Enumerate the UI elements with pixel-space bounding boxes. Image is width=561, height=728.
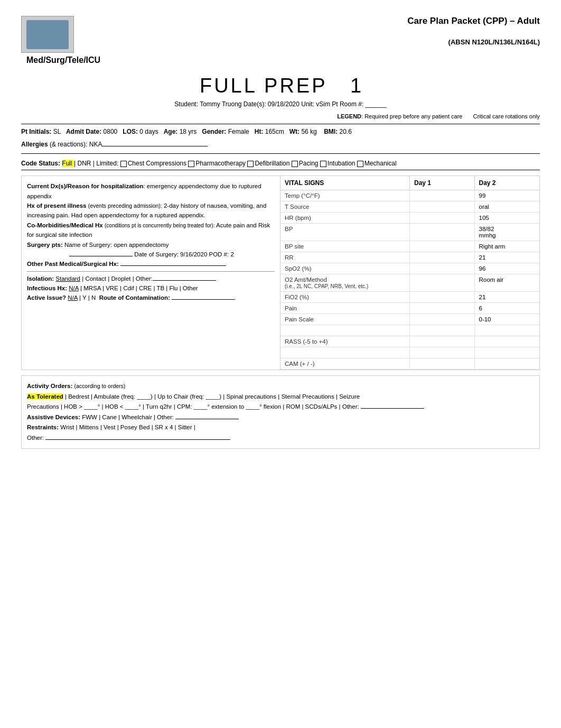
tsource-day1 (410, 201, 475, 212)
vital-row-bp: BP 38/82mmhg (280, 224, 539, 241)
code-status-row: Code Status: Full | DNR | Limited: Chest… (21, 157, 540, 170)
activity-note: (according to orders) (74, 383, 125, 389)
pain-day2: 6 (475, 303, 540, 314)
spo2-day1 (410, 263, 475, 274)
o2-day2: Room air (475, 274, 540, 291)
temp-day2: 99 (475, 190, 540, 201)
fio2-label: FiO2 (%) (280, 292, 410, 302)
cam-label: CAM (+ / -) (280, 358, 410, 369)
rass-day1 (410, 336, 475, 347)
full-prep-label: FULL PREP (200, 75, 328, 97)
vital-row-fio2: FiO2 (%) 21 (280, 292, 539, 303)
activity-line1: As Tolerated | Bedrest | Ambulate (freq:… (27, 392, 534, 402)
temp-day1 (410, 190, 475, 201)
bpsite-day1 (410, 241, 475, 252)
separator1 (27, 271, 275, 272)
legend-text: LEGEND: Required prep before any patient… (337, 113, 462, 119)
vital-row-cam: CAM (+ / -) (280, 358, 539, 370)
current-dx: Current Dx(s)/Reason for hospitalization… (27, 181, 275, 201)
vital-row-o2: O2 Amt/Method(i.e., 2L NC, CPAP, NRB, Ve… (280, 274, 539, 292)
activity-title: Activity Orders: (27, 383, 72, 389)
header-left: Med/Surg/Tele/ICU (21, 16, 100, 65)
other-row: Other: (27, 433, 534, 444)
activity-orders-block: Activity Orders: (according to orders) A… (21, 375, 540, 449)
unit-subtitle: Med/Surg/Tele/ICU (26, 56, 100, 65)
vital-row-rr: RR 21 (280, 252, 539, 263)
infectious-hx: Infectious Hx: N/A | MRSA | VRE | Cdif |… (27, 283, 275, 293)
header-right: Care Plan Packet (CPP) – Adult (ABSN N12… (407, 16, 540, 46)
pain-day1 (410, 303, 475, 314)
bp-day2: 38/82mmhg (475, 224, 540, 241)
unit-id: (ABSN N120L/N136L/N164L) (407, 38, 540, 46)
assistive-devices: Assistive Devices: FWW | Cane | Wheelcha… (27, 412, 534, 423)
bp-label: BP (280, 224, 410, 241)
checkbox-chest[interactable] (120, 161, 127, 167)
checkbox-mechanical[interactable] (357, 161, 363, 167)
hr-day1 (410, 213, 475, 223)
checkbox-pacing[interactable] (292, 161, 298, 167)
code-status-full: Full (62, 160, 74, 167)
painscale-label: Pain Scale (280, 314, 410, 325)
left-panel: Current Dx(s)/Reason for hospitalization… (22, 176, 280, 370)
page-header: Med/Surg/Tele/ICU Care Plan Packet (CPP)… (21, 16, 540, 65)
hr-day2: 105 (475, 213, 540, 223)
bpsite-day2: Right arm (475, 241, 540, 252)
activity-line2: Precautions | HOB > ____° | HOB < ____° … (27, 402, 534, 412)
hx-illness: Hx of present illness (events preceding … (27, 201, 275, 220)
vital-row-bpsite: BP site Right arm (280, 241, 539, 252)
vital-day2-header: Day 2 (475, 176, 540, 190)
code-status-label: Code Status: (21, 160, 60, 167)
vital-row-temp: Temp (°C/°F) 99 (280, 190, 539, 201)
pt-info-line1: Pt Initials: SL Admit Date: 0800 LOS: 0 … (21, 126, 540, 138)
pain-label: Pain (280, 303, 410, 314)
painscale-day1 (410, 314, 475, 325)
vital-row-pain: Pain 6 (280, 303, 539, 314)
tsource-day2: oral (475, 201, 540, 212)
vital-row-spo2: SpO2 (%) 96 (280, 263, 539, 274)
other-hx: Other Past Medical/Surgical Hx: (27, 259, 275, 269)
temp-label: Temp (°C/°F) (280, 190, 410, 201)
o2-label: O2 Amt/Method(i.e., 2L NC, CPAP, NRB, Ve… (280, 274, 410, 291)
checkbox-defib[interactable] (247, 161, 254, 167)
rass-label: RASS (-5 to +4) (280, 336, 410, 347)
active-issue: Active Issue? N/A | Y | N Route of Conta… (27, 293, 275, 302)
spinal-precautions: Spinal precautions (226, 393, 276, 400)
isolation: Isolation: Standard | Contact | Droplet … (27, 274, 275, 283)
hr-label: HR (bpm) (280, 213, 410, 223)
surgery-pts: Surgery pts: Name of Surgery: open appen… (27, 240, 275, 250)
cam-day1 (410, 358, 475, 369)
vital-row-hr: HR (bpm) 105 (280, 213, 539, 224)
vital-day1-header: Day 1 (410, 176, 475, 190)
comorbidities: Co-Morbidities/Medical Hx (conditions pt… (27, 220, 275, 240)
rr-day2: 21 (475, 252, 540, 263)
checkbox-pharma[interactable] (188, 161, 194, 167)
checkbox-intubation[interactable] (320, 161, 326, 167)
o2-day1 (410, 274, 475, 291)
legend-required-text: : Required prep before any patient care (361, 113, 462, 119)
legend-row: LEGEND: Required prep before any patient… (21, 113, 540, 119)
legend-critical: Critical care rotations only (473, 113, 540, 119)
restraints: Restraints: Wrist | Mittens | Vest | Pos… (27, 422, 534, 433)
fio2-day1 (410, 292, 475, 302)
pt-info-allergies: Allergies (& reactions): NKA (21, 139, 540, 151)
tsource-label: T Source (280, 201, 410, 212)
right-panel: VITAL SIGNS Day 1 Day 2 Temp (°C/°F) 99 … (280, 176, 539, 370)
vital-row-tsource: T Source oral (280, 201, 539, 213)
student-row: Student: Tommy Truong Date(s): 09/18/202… (21, 100, 540, 108)
main-grid: Current Dx(s)/Reason for hospitalization… (21, 176, 540, 370)
as-tolerated: As Tolerated (27, 393, 63, 400)
page-title: Care Plan Packet (CPP) – Adult (407, 16, 540, 26)
vital-row-rass: RASS (-5 to +4) (280, 336, 539, 347)
vital-signs-header: VITAL SIGNS Day 1 Day 2 (280, 176, 539, 190)
vital-row-painscale: Pain Scale 0-10 (280, 314, 539, 325)
sternal-precautions: Sternal Precautions (281, 393, 334, 400)
rass-day2 (475, 336, 540, 347)
spo2-label: SpO2 (%) (280, 263, 410, 274)
rr-day1 (410, 252, 475, 263)
student-info: Student: Tommy Truong Date(s): 09/18/202… (174, 100, 386, 108)
legend-label: LEGEND (337, 113, 361, 119)
spo2-day2: 96 (475, 263, 540, 274)
rr-label: RR (280, 252, 410, 263)
vital-row-spacer1 (280, 325, 539, 336)
bpsite-label: BP site (280, 241, 410, 252)
